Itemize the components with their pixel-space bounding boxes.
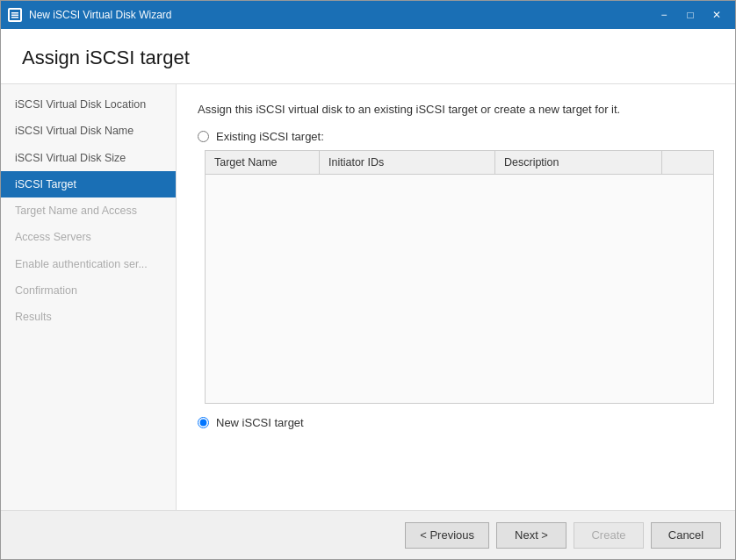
svg-rect-1 (11, 12, 18, 14)
next-button[interactable]: Next > (496, 522, 566, 549)
title-bar-left: New iSCSI Virtual Disk Wizard (8, 8, 171, 22)
col-extra (662, 151, 713, 174)
maximize-button[interactable]: □ (679, 6, 702, 24)
wizard-window: New iSCSI Virtual Disk Wizard − □ ✕ Assi… (0, 0, 736, 560)
table-body (206, 175, 713, 403)
page-header: Assign iSCSI target (1, 29, 735, 84)
sidebar-item-confirmation: Confirmation (1, 277, 176, 304)
new-target-radio[interactable] (198, 417, 209, 428)
cancel-button[interactable]: Cancel (651, 522, 721, 549)
col-target-name: Target Name (206, 151, 320, 174)
sidebar-item-iscsi-virtual-disk-name: iSCSI Virtual Disk Name (1, 118, 176, 144)
new-target-option[interactable]: New iSCSI target (198, 416, 714, 429)
title-bar: New iSCSI Virtual Disk Wizard − □ ✕ (1, 1, 735, 29)
existing-target-label[interactable]: Existing iSCSI target: (216, 130, 324, 143)
svg-rect-3 (11, 17, 18, 18)
sidebar-item-results: Results (1, 304, 176, 330)
sidebar-item-access-servers: Access Servers (1, 224, 176, 250)
window-title: New iSCSI Virtual Disk Wizard (29, 9, 171, 21)
svg-rect-2 (11, 15, 18, 17)
previous-button[interactable]: < Previous (405, 522, 489, 549)
sidebar: iSCSI Virtual Disk Location iSCSI Virtua… (1, 84, 177, 510)
existing-target-radio[interactable] (198, 131, 209, 142)
app-icon (8, 8, 22, 22)
create-button[interactable]: Create (574, 522, 644, 549)
new-target-label[interactable]: New iSCSI target (216, 416, 304, 429)
main-content: Assign this iSCSI virtual disk to an exi… (177, 84, 735, 510)
sidebar-item-iscsi-target[interactable]: iSCSI Target (1, 171, 176, 197)
window-controls: − □ ✕ (653, 6, 728, 24)
minimize-button[interactable]: − (653, 6, 675, 24)
sidebar-item-target-name-and-access: Target Name and Access (1, 197, 176, 224)
sidebar-item-iscsi-virtual-disk-location: iSCSI Virtual Disk Location (1, 91, 176, 118)
col-description: Description (495, 151, 662, 174)
sidebar-item-iscsi-virtual-disk-size: iSCSI Virtual Disk Size (1, 145, 176, 171)
table-header: Target Name Initiator IDs Description (206, 151, 713, 175)
description-text: Assign this iSCSI virtual disk to an exi… (198, 102, 714, 118)
footer: < Previous Next > Create Cancel (1, 510, 735, 559)
page-title: Assign iSCSI target (22, 47, 714, 69)
content-area: iSCSI Virtual Disk Location iSCSI Virtua… (1, 84, 735, 510)
sidebar-item-enable-authentication: Enable authentication ser... (1, 251, 176, 277)
close-button[interactable]: ✕ (705, 6, 728, 24)
existing-target-table: Target Name Initiator IDs Description (205, 150, 714, 404)
col-initiator-ids: Initiator IDs (320, 151, 495, 174)
existing-target-option[interactable]: Existing iSCSI target: (198, 130, 714, 143)
